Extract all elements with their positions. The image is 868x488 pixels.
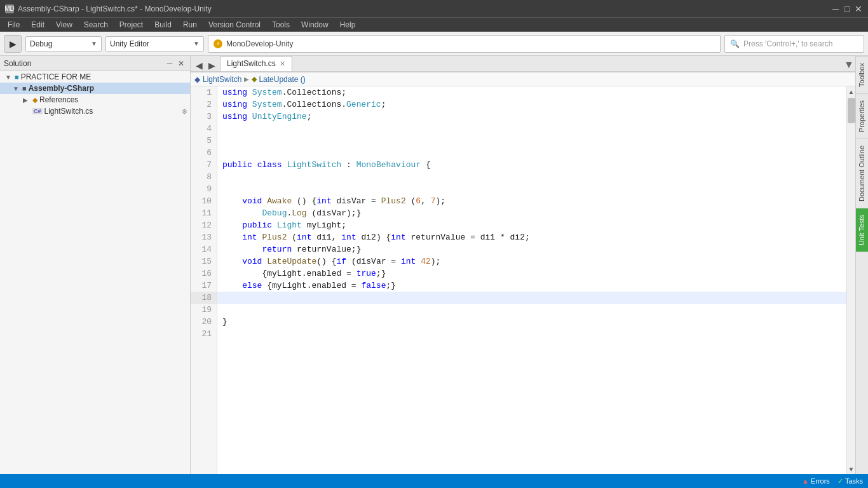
- debug-label: Debug: [30, 39, 52, 48]
- code-line-16: {myLight.enabled = true;}: [217, 268, 846, 280]
- app-icon: MD: [5, 4, 14, 13]
- ln-13: 13: [191, 231, 217, 243]
- menu-bar: File Edit View Search Project Build Run …: [0, 18, 868, 32]
- breadcrumb-method[interactable]: ◆ LateUpdate (): [252, 75, 305, 84]
- menu-window[interactable]: Window: [296, 19, 334, 30]
- code-editor[interactable]: using System.Collections; using System.C…: [217, 86, 846, 474]
- menu-version-control[interactable]: Version Control: [203, 19, 266, 30]
- ln-5: 5: [191, 135, 217, 147]
- sidebar-collapse-button[interactable]: ─: [165, 58, 175, 69]
- tab-unit-tests[interactable]: Unit Tests: [856, 208, 868, 252]
- close-button[interactable]: ✕: [854, 4, 863, 13]
- menu-view[interactable]: View: [51, 19, 78, 30]
- breadcrumb-separator: ▶: [244, 76, 249, 83]
- references-icon: ◆: [32, 96, 37, 104]
- breadcrumb-class-icon: ◆: [194, 75, 200, 84]
- errors-label: Errors: [811, 477, 830, 485]
- title-text: Assembly-CSharp - LightSwitch.cs* - Mono…: [18, 4, 212, 13]
- toolbar: ▶ Debug ▼ Unity Editor ▼ i MonoDevelop-U…: [0, 32, 868, 56]
- ln-17: 17: [191, 280, 217, 292]
- references-item[interactable]: ▶ ◆ References: [0, 94, 190, 105]
- tab-prev-button[interactable]: ◀: [193, 60, 205, 71]
- tab-dropdown-button[interactable]: ▼: [843, 58, 855, 71]
- unity-editor-label: Unity Editor: [110, 39, 149, 48]
- scroll-up-button[interactable]: ▲: [847, 86, 855, 97]
- assembly-icon: ■: [22, 85, 27, 92]
- menu-edit[interactable]: Edit: [26, 19, 50, 30]
- tab-label: LightSwitch.cs: [227, 59, 276, 68]
- ln-8: 8: [191, 171, 217, 183]
- breadcrumb-class[interactable]: LightSwitch: [203, 75, 241, 84]
- code-line-15: void LateUpdate() {if (disVar = int 42);: [217, 255, 846, 268]
- code-line-7: public class LightSwitch : MonoBehaviour…: [217, 159, 846, 171]
- status-right: ▲ Errors ✓ Tasks: [802, 477, 863, 485]
- code-container: 1 2 3 4 5 6 7 8 9 10 11 12 13 14 15 16 1…: [191, 86, 855, 474]
- right-panel: Toolbox Properties Document Outline Unit…: [855, 56, 868, 474]
- sidebar-close-button[interactable]: ✕: [176, 58, 186, 69]
- scroll-thumb[interactable]: [848, 98, 855, 123]
- minimize-button[interactable]: ─: [831, 4, 840, 13]
- mono-address-text: MonoDevelop-Unity: [226, 39, 293, 48]
- debug-dropdown[interactable]: Debug ▼: [25, 36, 102, 51]
- unity-editor-dropdown[interactable]: Unity Editor ▼: [105, 36, 204, 51]
- vertical-scrollbar[interactable]: ▲ ▼: [846, 86, 855, 474]
- sidebar-header: Solution ─ ✕: [0, 56, 190, 71]
- assembly-item[interactable]: ▼ ■ Assembly-CSharp: [0, 83, 190, 94]
- ln-6: 6: [191, 147, 217, 159]
- code-line-5: [217, 135, 846, 147]
- errors-button[interactable]: ▲ Errors: [802, 477, 830, 485]
- file-label: LightSwitch.cs: [44, 107, 93, 116]
- ln-20: 20: [191, 316, 217, 328]
- tab-properties[interactable]: Properties: [856, 93, 868, 139]
- code-line-4: [217, 123, 846, 135]
- main-layout: Solution ─ ✕ ▼ ■ PRACTICE FOR ME ▼ ■ Ass…: [0, 56, 868, 474]
- menu-search[interactable]: Search: [79, 19, 113, 30]
- menu-file[interactable]: File: [3, 19, 25, 30]
- title-bar-controls: ─ □ ✕: [831, 4, 863, 13]
- ln-11: 11: [191, 207, 217, 219]
- maximize-button[interactable]: □: [843, 4, 851, 13]
- ln-18: 18: [191, 292, 217, 304]
- search-icon: 🔍: [730, 39, 740, 48]
- mono-icon: i: [214, 39, 222, 48]
- menu-build[interactable]: Build: [149, 19, 177, 30]
- file-item[interactable]: C# LightSwitch.cs ⚙: [0, 105, 190, 117]
- ln-1: 1: [191, 86, 217, 98]
- tab-document-outline[interactable]: Document Outline: [856, 139, 868, 208]
- code-line-8: [217, 171, 846, 183]
- code-line-19: [217, 304, 846, 316]
- code-line-1: using System.Collections;: [217, 86, 846, 98]
- title-bar-left: MD Assembly-CSharp - LightSwitch.cs* - M…: [5, 4, 212, 13]
- play-button[interactable]: ▶: [4, 35, 22, 53]
- tasks-button[interactable]: ✓ Tasks: [837, 477, 863, 485]
- search-box[interactable]: 🔍 Press 'Control+,' to search: [724, 35, 864, 53]
- ln-2: 2: [191, 98, 217, 111]
- tab-nav: ◀ ▶: [193, 60, 217, 71]
- tab-toolbox[interactable]: Toolbox: [856, 56, 868, 93]
- code-line-13: int Plus2 (int di1, int di2) {int return…: [217, 231, 846, 243]
- menu-run[interactable]: Run: [178, 19, 202, 30]
- cs-icon: C#: [32, 108, 43, 114]
- file-settings-icon[interactable]: ⚙: [182, 108, 187, 115]
- code-line-21: [217, 328, 846, 340]
- assembly-label: Assembly-CSharp: [29, 84, 94, 93]
- menu-tools[interactable]: Tools: [267, 19, 295, 30]
- code-line-12: public Light myLight;: [217, 219, 846, 231]
- tab-next-button[interactable]: ▶: [206, 60, 217, 71]
- references-label: References: [39, 95, 78, 104]
- tab-close-button[interactable]: ✕: [280, 60, 285, 68]
- project-root[interactable]: ▼ ■ PRACTICE FOR ME: [0, 71, 190, 83]
- lightswitch-tab[interactable]: LightSwitch.cs ✕: [220, 56, 292, 71]
- scroll-down-button[interactable]: ▼: [847, 464, 855, 474]
- menu-project[interactable]: Project: [114, 19, 148, 30]
- project-icon: ■: [15, 73, 19, 81]
- scroll-track[interactable]: [847, 125, 855, 464]
- ln-9: 9: [191, 183, 217, 195]
- tab-bar: ◀ ▶ LightSwitch.cs ✕ ▼: [191, 56, 855, 72]
- ln-4: 4: [191, 123, 217, 135]
- menu-help[interactable]: Help: [335, 19, 361, 30]
- play-icon: ▶: [10, 39, 17, 49]
- ln-15: 15: [191, 255, 217, 268]
- code-line-14: return returnValue;}: [217, 243, 846, 255]
- sidebar-title: Solution: [4, 59, 31, 68]
